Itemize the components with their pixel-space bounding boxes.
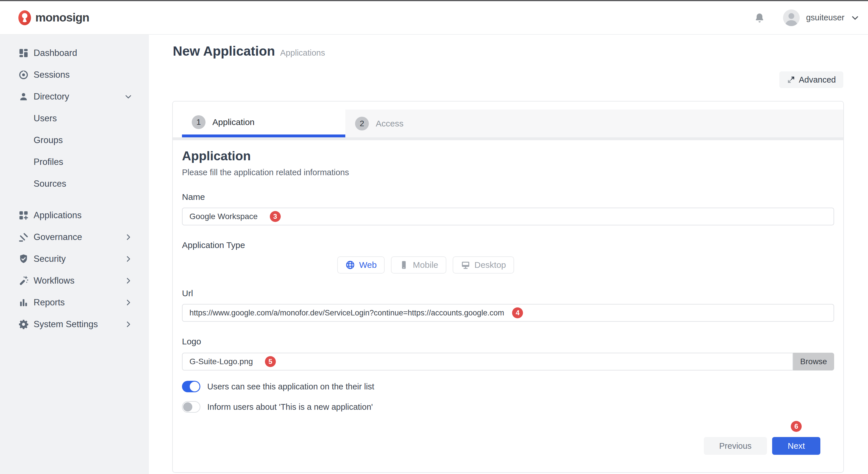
type-option-mobile[interactable]: Mobile [391,256,446,274]
sidebar-item-label: Reports [34,297,65,308]
sidebar-item-sources[interactable]: Sources [0,173,149,195]
url-input[interactable]: https://www.google.com/a/monofor.dev/Ser… [182,304,834,322]
chevron-right-icon [124,299,132,307]
sidebar-item-directory[interactable]: Directory [0,86,149,107]
sidebar-item-users[interactable]: Users [0,107,149,129]
application-form: Application Please fill the application … [173,149,843,413]
chevron-down-icon [124,93,132,101]
sidebar-nav: Dashboard Sessions [0,35,149,474]
notifications-bell-icon[interactable] [754,12,765,24]
next-button[interactable]: Next [772,437,820,455]
expand-arrows-icon [787,75,795,84]
name-label: Name [182,192,834,202]
type-option-label: Mobile [413,260,438,270]
sidebar-item-governance[interactable]: Governance [0,226,149,248]
user-name[interactable]: gsuiteuser [806,13,844,22]
reports-bar-chart-icon [18,297,29,308]
form-section-subtitle: Please fill the application related info… [182,168,834,177]
toggle-row-inform: Inform users about 'This is a new applic… [182,401,834,413]
previous-button[interactable]: Previous [704,437,767,455]
chevron-right-icon [124,320,132,328]
type-option-label: Desktop [474,260,506,270]
sidebar-item-groups[interactable]: Groups [0,129,149,151]
dashboard-icon [18,47,29,59]
sidebar-item-label: Governance [34,232,82,242]
user-avatar[interactable] [783,9,800,26]
sidebar-item-label: Groups [34,135,63,145]
chevron-right-icon [124,255,132,263]
sidebar-item-profiles[interactable]: Profiles [0,151,149,173]
application-type-label: Application Type [182,240,834,250]
chevron-right-icon [124,233,132,241]
tab-step-number: 2 [355,117,369,131]
top-header: monosign gsuiteuser [0,1,868,35]
chevron-right-icon [124,277,132,285]
advanced-button[interactable]: Advanced [779,71,843,88]
governance-icon [18,232,29,243]
browse-button[interactable]: Browse [793,353,834,371]
globe-icon [345,260,355,270]
wizard-tabs: 1 Application 2 Access [173,102,843,137]
avatar-person-icon [783,9,800,26]
sidebar-item-label: Directory [34,92,69,102]
type-option-web[interactable]: Web [337,256,384,274]
sidebar-item-label: System Settings [34,319,98,330]
breadcrumb: Applications [280,48,325,58]
logo-file-name: G-Suite-Logo.png [189,357,253,366]
step-badge-3: 3 [270,211,281,222]
brand-logo[interactable]: monosign [18,10,89,26]
workflows-wand-icon [18,275,29,286]
sidebar-item-system-settings[interactable]: System Settings [0,313,149,335]
sidebar-item-workflows[interactable]: Workflows [0,270,149,292]
url-input-value: https://www.google.com/a/monofor.dev/Ser… [189,309,504,317]
main-content: New Application Applications Advanced 1 … [149,35,868,474]
url-label: Url [182,289,834,298]
desktop-monitor-icon [461,260,470,270]
wizard-card: 1 Application 2 Access Application Pleas… [172,101,844,473]
sidebar-item-label: Dashboard [34,48,77,58]
tab-application[interactable]: 1 Application [182,109,345,137]
inform-users-toggle[interactable] [182,401,200,413]
toggle-label: Inform users about 'This is a new applic… [207,402,373,412]
tabs-separator [173,137,843,140]
logo-file-input[interactable]: G-Suite-Logo.png 5 [182,353,793,371]
brand-name: monosign [35,11,89,24]
sidebar-item-label: Security [34,254,66,264]
directory-icon [18,91,29,102]
header-actions: gsuiteuser [754,9,859,26]
sidebar-item-applications[interactable]: Applications [0,204,149,226]
toggle-knob [183,402,192,411]
monosign-logo-icon [18,10,31,26]
mobile-phone-icon [399,260,409,270]
sidebar-item-reports[interactable]: Reports [0,292,149,313]
logo-file-input-group: G-Suite-Logo.png 5 Browse [182,353,834,371]
gear-icon [18,319,29,330]
step-badge-6: 6 [791,421,802,432]
sidebar-item-security[interactable]: Security [0,248,149,270]
user-menu-chevron-down-icon[interactable] [851,13,859,22]
name-input[interactable]: Google Workspace 3 [182,208,834,226]
name-input-value: Google Workspace [189,212,258,221]
logo-label: Logo [182,337,834,346]
sidebar-item-label: Sessions [34,70,70,80]
type-option-desktop[interactable]: Desktop [453,256,514,274]
page-title: New Application [173,43,275,59]
tab-access[interactable]: 2 Access [345,109,843,137]
advanced-button-label: Advanced [799,75,836,84]
toggle-knob [190,382,199,392]
applications-icon [18,210,29,221]
form-section-title: Application [182,149,834,163]
sidebar-item-label: Workflows [34,276,74,286]
sidebar-item-sessions[interactable]: Sessions [0,64,149,86]
step-badge-4: 4 [512,307,523,318]
step-badge-5: 5 [265,356,276,367]
page-header: New Application Applications [173,43,325,59]
toggle-row-visible: Users can see this application on the th… [182,381,834,392]
type-option-label: Web [359,260,377,270]
sidebar-item-label: Applications [34,210,82,221]
tab-label: Application [212,117,255,127]
sidebar-item-dashboard[interactable]: Dashboard [0,42,149,64]
tab-label: Access [376,119,404,129]
sidebar-item-label: Users [34,113,57,124]
users-can-see-toggle[interactable] [182,381,200,392]
